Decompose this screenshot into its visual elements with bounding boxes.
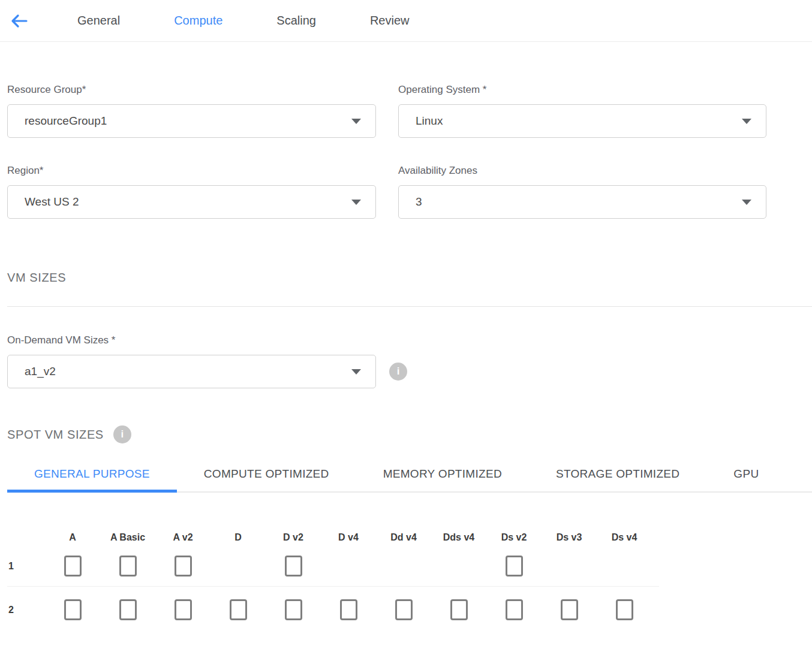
checkbox-row2-dd-v4[interactable] [395,599,413,620]
grid-cell [266,599,321,620]
field-availability-zones: Availability Zones 3 [398,165,766,219]
availability-zones-label: Availability Zones [398,165,766,177]
column-header-ds-v4: Ds v4 [597,532,652,543]
resource-group-value: resourceGroup1 [25,114,107,128]
grid-cell [210,599,266,620]
checkbox-row2-dds-v4[interactable] [450,599,468,620]
column-header-a-v2: A v2 [155,532,210,543]
spot-vm-sizes-header: SPOT VM SIZES i [7,425,812,443]
on-demand-vm-sizes-label: On-Demand VM Sizes * [7,334,812,346]
operating-system-dropdown[interactable]: Linux [398,104,766,138]
top-navigation-bar: General Compute Scaling Review [0,0,812,42]
checkbox-row2-a[interactable] [64,599,82,620]
grid-cell [486,599,542,620]
spot-vm-sizes-heading: SPOT VM SIZES [7,428,104,442]
main-content: Resource Group* resourceGroup1 Operating… [0,84,812,620]
column-header-dds-v4: Dds v4 [431,532,486,543]
checkbox-row1-ds-v2[interactable] [506,556,523,576]
checkbox-row2-ds-v2[interactable] [506,599,523,620]
operating-system-label: Operating System * [398,84,766,96]
grid-cell [431,599,486,620]
wizard-tabs: General Compute Scaling Review [77,14,410,28]
grid-cell [542,599,597,620]
checkbox-row1-a-basic[interactable] [119,556,137,576]
checkbox-row2-ds-v3[interactable] [561,599,578,620]
column-header-dd-v4: Dd v4 [376,532,431,543]
tab-memory-optimized[interactable]: MEMORY OPTIMIZED [356,467,529,491]
tab-compute-optimized[interactable]: COMPUTE OPTIMIZED [177,467,356,491]
grid-cell [321,599,376,620]
operating-system-value: Linux [416,114,443,128]
checkbox-row2-d[interactable] [230,599,247,620]
region-dropdown[interactable]: West US 2 [7,185,376,219]
column-header-d: D [210,532,266,543]
grid-cell [45,556,100,576]
grid-row-2: 2 [7,587,812,620]
dropdown-caret-icon [742,200,751,205]
grid-cell [100,599,155,620]
dropdown-caret-icon [351,200,361,205]
column-header-d-v2: D v2 [266,532,321,543]
grid-cell [100,556,155,576]
spot-vm-category-tabs: GENERAL PURPOSE COMPUTE OPTIMIZED MEMORY… [7,467,812,493]
availability-zones-dropdown[interactable]: 3 [398,185,766,219]
field-region: Region* West US 2 [7,165,376,219]
resource-group-dropdown[interactable]: resourceGroup1 [7,104,376,138]
tab-general[interactable]: General [77,14,120,28]
tab-storage-optimized[interactable]: STORAGE OPTIMIZED [529,467,706,491]
checkbox-row1-a-v2[interactable] [175,556,192,576]
region-value: West US 2 [25,195,79,209]
column-header-ds-v3: Ds v3 [542,532,597,543]
column-header-d-v4: D v4 [321,532,376,543]
grid-cell [155,599,210,620]
tab-compute[interactable]: Compute [174,14,222,28]
grid-row-1: 1 [7,543,812,576]
dropdown-caret-icon [351,369,361,375]
arrow-left-icon [10,11,29,31]
row-label: 1 [7,561,45,572]
info-icon[interactable]: i [113,425,131,443]
region-label: Region* [7,165,376,177]
tab-scaling[interactable]: Scaling [276,14,316,28]
column-header-a-basic: A Basic [100,532,155,543]
tab-general-purpose[interactable]: GENERAL PURPOSE [7,467,177,491]
grid-cell [45,599,100,620]
on-demand-row: a1_v2 i [7,355,812,388]
tab-review[interactable]: Review [370,14,410,28]
checkbox-row2-a-basic[interactable] [119,599,137,620]
section-divider [7,306,812,307]
field-operating-system: Operating System * Linux [398,84,766,138]
dropdown-caret-icon [742,119,751,124]
column-header-a: A [45,532,100,543]
column-header-ds-v2: Ds v2 [486,532,542,543]
grid-cell [266,556,321,576]
field-resource-group: Resource Group* resourceGroup1 [7,84,376,138]
info-icon[interactable]: i [389,363,407,381]
resource-group-label: Resource Group* [7,84,376,96]
checkbox-row2-d-v4[interactable] [340,599,357,620]
grid-cell [486,556,542,576]
vm-sizes-heading: VM SIZES [7,271,812,285]
spot-grid: AA BasicA v2DD v2D v4Dd v4Dds v4Ds v2Ds … [7,532,812,620]
on-demand-vm-sizes-dropdown[interactable]: a1_v2 [7,355,376,388]
grid-cell [376,599,431,620]
grid-header-row: AA BasicA v2DD v2D v4Dd v4Dds v4Ds v2Ds … [7,532,812,543]
grid-cell [155,556,210,576]
back-button[interactable] [9,11,29,31]
form-fields: Resource Group* resourceGroup1 Operating… [7,84,812,219]
checkbox-row1-d-v2[interactable] [285,556,302,576]
dropdown-caret-icon [351,119,361,124]
tab-gpu[interactable]: GPU [706,467,786,491]
checkbox-row2-a-v2[interactable] [175,599,192,620]
checkbox-row2-ds-v4[interactable] [616,599,633,620]
availability-zones-value: 3 [416,195,422,209]
on-demand-vm-sizes-value: a1_v2 [25,365,56,378]
row-label: 2 [7,605,45,615]
checkbox-row2-d-v2[interactable] [285,599,302,620]
checkbox-row1-a[interactable] [64,556,82,576]
grid-cell [597,599,652,620]
